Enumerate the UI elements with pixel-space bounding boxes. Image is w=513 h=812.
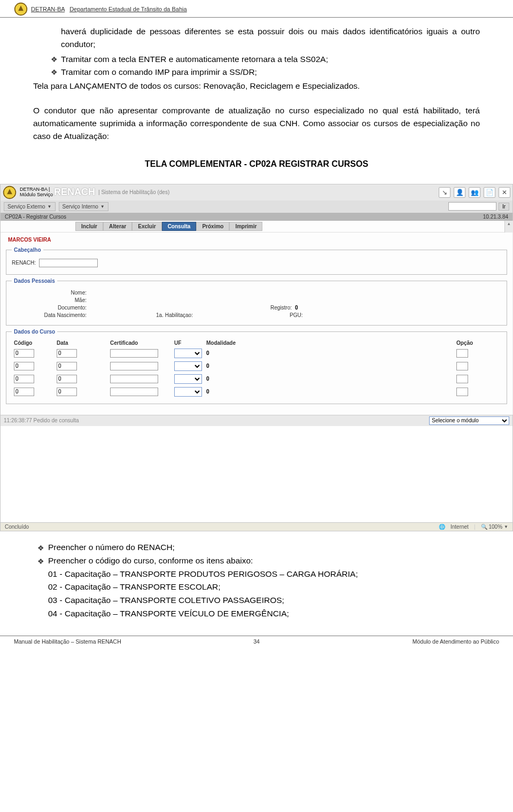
input-certificado[interactable] [110, 375, 158, 383]
col-codigo: Código [14, 340, 57, 346]
col-certificado: Certificado [110, 340, 174, 346]
detran-logo-icon [3, 185, 17, 199]
select-uf[interactable] [174, 361, 202, 371]
topbar-icon-5[interactable]: ✕ [499, 187, 510, 198]
input-codigo[interactable] [14, 388, 34, 396]
section-title: TELA COMPLEMENTAR - CP02A REGISTRAR CURS… [33, 158, 480, 171]
select-uf[interactable] [174, 387, 202, 397]
goto-button[interactable]: Ir [499, 203, 509, 211]
input-data[interactable] [57, 349, 77, 358]
input-certificado[interactable] [110, 362, 158, 370]
topbar-icon-2[interactable]: 👤 [454, 187, 465, 198]
breadcrumb: CP02A - Registrar Cursos 10.21.3.84 [1, 213, 512, 221]
input-codigo[interactable] [14, 362, 34, 370]
menu-servico-externo[interactable]: Serviço Externo▼ [4, 202, 56, 211]
menu-servico-interno[interactable]: Serviço Interno▼ [59, 202, 108, 211]
input-certificado[interactable] [110, 388, 158, 396]
input-renach[interactable] [39, 259, 98, 267]
input-codigo[interactable] [14, 375, 34, 383]
app-screenshot: DETRAN-BA | Módulo Serviço RENACH | Sist… [0, 184, 513, 531]
course-row: 0 [12, 360, 501, 373]
app-topbar: DETRAN-BA | Módulo Serviço RENACH | Sist… [1, 184, 512, 200]
page-footer: Manual de Habilitação – Sistema RENACH 3… [0, 636, 513, 649]
version-label: 10.21.3.84 [483, 214, 508, 220]
course-row: 0 [12, 347, 501, 360]
paragraph-3: O condutor que não apresentar comprovant… [33, 104, 480, 143]
chevron-down-icon: ▼ [48, 204, 52, 209]
zoom-icon: 🔍 [481, 524, 487, 530]
input-opcao[interactable] [456, 362, 468, 370]
input-opcao[interactable] [456, 375, 468, 383]
page-header: DETRAN-BA Departamento Estadual de Trâns… [0, 0, 513, 18]
fieldset-dados-pessoais: Dados Pessoais Nome: Mãe: Documento: Reg… [6, 278, 507, 326]
goto-input[interactable] [448, 202, 496, 211]
input-data[interactable] [57, 375, 77, 383]
col-data: Data [57, 340, 110, 346]
fieldset-dados-curso: Dados do Curso Código Data Certificado U… [6, 329, 507, 404]
diamond-icon: ❖ [33, 541, 48, 554]
topbar-icon-4[interactable]: 📄 [484, 187, 495, 198]
topbar-icon-3[interactable]: 👥 [469, 187, 480, 198]
label-pgu: PGU: [290, 312, 302, 318]
page-number: 34 [253, 638, 260, 645]
brand-bot: Módulo Serviço [20, 192, 53, 198]
brand-system: | Sistema de Habilitação (des) [98, 189, 169, 195]
header-text: DETRAN-BA Departamento Estadual de Trâns… [31, 6, 187, 12]
col-opcao: Opção [456, 340, 499, 346]
value-registro: 0 [295, 305, 298, 311]
action-alterar[interactable]: Alterar [103, 222, 132, 231]
status-internet: Internet [450, 524, 469, 530]
col-modalidade: Modalidade [206, 340, 313, 346]
bullet-preencher-codigo: ❖ Preencher o código do curso, conforme … [33, 554, 480, 568]
input-certificado[interactable] [110, 349, 158, 358]
select-uf[interactable] [174, 374, 202, 384]
diamond-icon: ❖ [33, 554, 48, 568]
item-03: 03 - Capacitação – TRANSPORTE COLETIVO P… [33, 594, 480, 607]
footer-left: Manual de Habilitação – Sistema RENACH [14, 638, 121, 645]
action-excluir[interactable]: Excluir [132, 222, 161, 231]
value-modalidade: 0 [206, 376, 209, 382]
status-line: 11:26:38:77 Pedido de consulta Selecione… [1, 415, 512, 426]
zoom-value: 100% [489, 524, 503, 530]
brand-renach: RENACH [54, 187, 95, 198]
label-habilitacao: 1a. Habilitaçao: [156, 312, 215, 318]
chevron-down-icon[interactable]: ▼ [504, 524, 508, 529]
current-user: MARCOS VIEIRA [8, 237, 507, 243]
detran-logo-icon [14, 2, 28, 16]
item-04: 04 - Capacitação – TRANSPORTE VEÍCULO DE… [33, 607, 480, 621]
topbar-icon-1[interactable]: ↘ [439, 187, 450, 198]
label-documento: Documento: [12, 305, 92, 311]
action-consulta[interactable]: Consulta [162, 222, 197, 231]
input-codigo[interactable] [14, 349, 34, 358]
footer-right: Módulo de Atendimento ao Público [413, 638, 499, 645]
module-select[interactable]: Selecione o módulo [429, 416, 509, 425]
action-imprimir[interactable]: Imprimir [229, 222, 262, 231]
globe-icon: 🌐 [439, 524, 445, 530]
value-modalidade: 0 [206, 389, 209, 395]
label-nascimento: Data Nascimento: [12, 312, 92, 318]
input-opcao[interactable] [456, 349, 468, 358]
bullet-imp: ❖ Tramitar com o comando IMP para imprim… [33, 66, 480, 79]
paragraph-1: haverá duplicidade de pessoas diferentes… [33, 25, 480, 51]
action-incluir[interactable]: Incluir [75, 222, 103, 231]
label-renach: RENACH: [12, 260, 36, 266]
menu-bar: Serviço Externo▼ Serviço Interno▼ Ir [1, 200, 512, 213]
chevron-down-icon: ▼ [100, 204, 105, 209]
select-uf[interactable] [174, 349, 202, 358]
browser-status-bar: Concluído 🌐 Internet | 🔍 100% ▼ [1, 522, 512, 531]
diamond-icon: ❖ [33, 66, 61, 79]
input-data[interactable] [57, 388, 77, 396]
action-proximo[interactable]: Próximo [196, 222, 229, 231]
course-row: 0 [12, 373, 501, 385]
value-modalidade: 0 [206, 363, 209, 369]
input-opcao[interactable] [456, 388, 468, 396]
value-modalidade: 0 [206, 350, 209, 356]
input-data[interactable] [57, 362, 77, 370]
item-01: 01 - Capacitação – TRANSPORTE PRODUTOS P… [33, 568, 480, 581]
col-uf: UF [174, 340, 206, 346]
fieldset-cabecalho: Cabeçalho RENACH: [6, 247, 507, 275]
item-02: 02 - Capacitação – TRANSPORTE ESCOLAR; [33, 581, 480, 594]
course-row: 0 [12, 385, 501, 398]
status-concluido: Concluído [5, 524, 29, 530]
label-mae: Mãe: [12, 297, 92, 303]
